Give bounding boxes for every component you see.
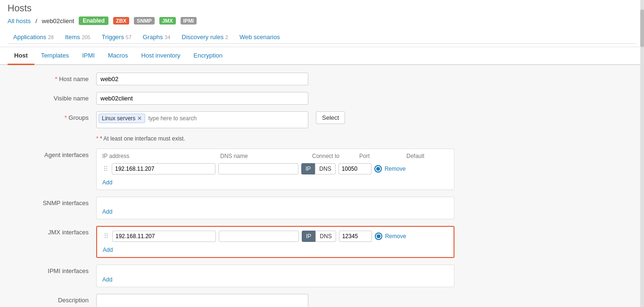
enabled-badge: Enabled bbox=[79, 17, 108, 25]
items-count: 205 bbox=[82, 34, 90, 40]
jmx-port-input[interactable] bbox=[339, 231, 372, 242]
scrollbar[interactable] bbox=[640, 0, 644, 307]
snmp-interfaces-label: SNMP interfaces bbox=[11, 197, 96, 207]
visible-name-input[interactable] bbox=[96, 92, 308, 105]
agent-interfaces-label: Agent interfaces bbox=[11, 149, 96, 158]
agent-interfaces-row: Agent interfaces IP address DNS name Con… bbox=[11, 149, 633, 190]
top-nav: Applications 28 Items 205 Triggers 57 Gr… bbox=[8, 28, 636, 44]
tab-host-inventory[interactable]: Host inventory bbox=[135, 47, 187, 65]
top-area: Hosts All hosts / web02client Enabled ZB… bbox=[0, 0, 644, 47]
tab-templates[interactable]: Templates bbox=[34, 47, 75, 65]
snmp-interfaces-field: Add bbox=[96, 197, 633, 219]
ipmi-badge: IPMI bbox=[181, 17, 197, 25]
group-tags: Linux servers ✕ bbox=[99, 114, 306, 123]
tab-ipmi[interactable]: IPMI bbox=[75, 47, 101, 65]
nav-graphs[interactable]: Graphs 34 bbox=[137, 31, 176, 43]
ipmi-interfaces-field: Add bbox=[96, 265, 633, 287]
col-default-label: Default bbox=[406, 153, 439, 159]
nav-items[interactable]: Items 205 bbox=[59, 31, 96, 43]
visible-name-field bbox=[96, 92, 633, 105]
agent-ip-input[interactable] bbox=[112, 163, 215, 174]
col-connect-label: Connect to bbox=[312, 153, 350, 159]
discovery-count: 2 bbox=[225, 34, 228, 40]
nav-discovery[interactable]: Discovery rules 2 bbox=[176, 31, 234, 43]
snmp-interfaces-row: SNMP interfaces Add bbox=[11, 197, 633, 219]
scrollbar-thumb[interactable] bbox=[640, 9, 644, 47]
agent-interface-row-1: ⠿ IP DNS Remove bbox=[102, 163, 448, 174]
snmp-interface-box: Add bbox=[96, 197, 454, 219]
groups-search-input[interactable] bbox=[147, 114, 220, 123]
ipmi-interface-box: Add bbox=[96, 265, 454, 287]
host-name-row: * Host name bbox=[11, 73, 633, 85]
notice-spacer bbox=[11, 135, 96, 138]
drag-handle-icon[interactable]: ⠿ bbox=[102, 165, 109, 173]
notice-field: * * At least one interface must exist. bbox=[96, 135, 633, 142]
ipmi-add-link[interactable]: Add bbox=[102, 276, 112, 283]
col-dns-label: DNS name bbox=[220, 153, 303, 159]
ipmi-empty bbox=[102, 269, 448, 274]
jmx-ip-btn[interactable]: IP bbox=[302, 231, 315, 242]
snmp-empty bbox=[102, 201, 448, 207]
host-name-label: * Host name bbox=[11, 73, 96, 83]
agent-interfaces-field: IP address DNS name Connect to Port Defa… bbox=[96, 149, 633, 190]
groups-container[interactable]: Linux servers ✕ bbox=[96, 111, 308, 128]
nav-applications[interactable]: Applications 28 bbox=[8, 31, 59, 43]
nav-triggers[interactable]: Triggers 57 bbox=[96, 31, 137, 43]
ipmi-interfaces-label: IPMI interfaces bbox=[11, 265, 96, 274]
jmx-dns-btn[interactable]: DNS bbox=[315, 231, 336, 242]
host-name-field bbox=[96, 73, 633, 85]
triggers-count: 57 bbox=[126, 34, 132, 40]
agent-connect-btns: IP DNS bbox=[301, 163, 336, 174]
tab-host[interactable]: Host bbox=[8, 47, 34, 65]
agent-interface-box: IP address DNS name Connect to Port Defa… bbox=[96, 149, 454, 190]
jmx-ip-input[interactable] bbox=[112, 231, 216, 242]
agent-add-link[interactable]: Add bbox=[102, 179, 112, 186]
tabs-bar: Host Templates IPMI Macros Host inventor… bbox=[0, 47, 644, 65]
linux-servers-label: Linux servers bbox=[102, 115, 135, 122]
tab-macros[interactable]: Macros bbox=[101, 47, 135, 65]
visible-name-row: Visible name bbox=[11, 92, 633, 105]
description-field bbox=[96, 294, 633, 307]
description-row: Description bbox=[11, 294, 633, 307]
jmx-add-link[interactable]: Add bbox=[103, 247, 113, 253]
ipmi-interfaces-row: IPMI interfaces Add bbox=[11, 265, 633, 287]
jmx-interface-box: ⠿ IP DNS Remove Add bbox=[96, 226, 454, 258]
agent-dns-input[interactable] bbox=[218, 163, 298, 174]
agent-ip-btn[interactable]: IP bbox=[301, 163, 315, 174]
interface-notice: * * At least one interface must exist. bbox=[96, 135, 185, 142]
agent-remove-link[interactable]: Remove bbox=[385, 166, 406, 172]
notice-row: * * At least one interface must exist. bbox=[11, 135, 633, 142]
remove-group-tag[interactable]: ✕ bbox=[137, 115, 142, 122]
col-ip-label: IP address bbox=[102, 153, 211, 159]
tab-encryption[interactable]: Encryption bbox=[187, 47, 229, 65]
agent-interface-header: IP address DNS name Connect to Port Defa… bbox=[102, 153, 448, 161]
groups-field: Linux servers ✕ Select bbox=[96, 111, 633, 128]
applications-count: 28 bbox=[48, 34, 54, 40]
agent-default-radio[interactable] bbox=[374, 165, 382, 173]
jmx-interfaces-label: JMX interfaces bbox=[11, 226, 96, 236]
select-button[interactable]: Select bbox=[316, 111, 345, 124]
col-port-label: Port bbox=[359, 153, 397, 159]
breadcrumb-current: web02client bbox=[42, 17, 74, 25]
jmx-interfaces-row: JMX interfaces ⠿ IP DNS Remove Add bbox=[11, 226, 633, 258]
breadcrumb-sep: / bbox=[35, 17, 37, 25]
content-area: * Host name Visible name * Groups Linux … bbox=[0, 65, 644, 307]
jmx-default-radio[interactable] bbox=[375, 232, 382, 240]
linux-servers-tag: Linux servers ✕ bbox=[99, 114, 145, 123]
jmx-remove-link[interactable]: Remove bbox=[385, 233, 406, 240]
nav-web-scenarios[interactable]: Web scenarios bbox=[234, 31, 286, 43]
jmx-dns-input[interactable] bbox=[219, 231, 299, 242]
page-title: Hosts bbox=[8, 3, 32, 14]
zbx-badge: ZBX bbox=[113, 17, 129, 25]
jmx-drag-handle-icon[interactable]: ⠿ bbox=[103, 232, 109, 240]
agent-dns-btn[interactable]: DNS bbox=[315, 163, 335, 174]
graphs-count: 34 bbox=[165, 34, 170, 40]
description-textarea[interactable] bbox=[96, 294, 308, 307]
snmp-add-link[interactable]: Add bbox=[102, 208, 112, 215]
groups-label: * Groups bbox=[11, 111, 96, 121]
jmx-connect-btns: IP DNS bbox=[302, 231, 336, 242]
jmx-badge: JMX bbox=[159, 17, 176, 25]
all-hosts-link[interactable]: All hosts bbox=[8, 17, 31, 25]
agent-port-input[interactable] bbox=[339, 163, 372, 174]
host-name-input[interactable] bbox=[96, 73, 308, 85]
